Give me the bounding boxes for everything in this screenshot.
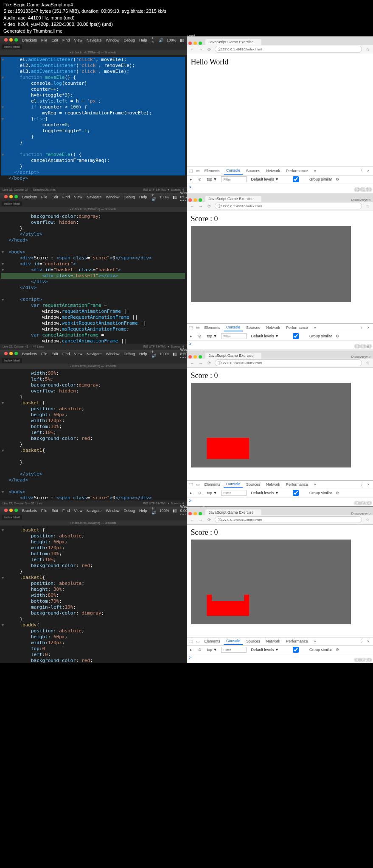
thumbnail-panel-1: Brackets File Edit Find View Navigate Wi… [0,36,373,193]
window-controls[interactable] [3,195,18,199]
dt-close-icon[interactable]: × [365,168,371,174]
meta-video: Video: h264, yuv420p, 1920x1080, 30.00 f… [3,21,370,28]
editor-pane: Brackets FileEditFindViewNavigateWindowD… [0,193,187,350]
status-left: Line 32, Column 34 — Selected 28 lines [3,188,56,191]
basket [207,438,249,459]
wifi-icon: ◈ ᯤ [151,36,155,45]
dt-tab-network[interactable]: Network [264,167,283,174]
meta-size: Size: 159133647 bytes (151.76 MiB), dura… [3,8,370,14]
basket [207,595,249,616]
devtools: ⬚ ▭ Elements Console Sources Network Per… [187,167,373,193]
device-icon[interactable]: ▭ [195,168,201,174]
editor-pane: Brackets File Edit Find View Navigate Wi… [0,36,187,193]
meta-generated: Generated by Thumbnail me [3,28,370,34]
menu-view[interactable]: View [74,38,82,42]
editor-title: • index.html (JSGame) — Brackets [0,50,187,55]
menu-window[interactable]: Window [106,38,119,42]
context-dropdown[interactable]: top ▼ [205,177,219,182]
code-editor[interactable]: background-color:dimgray; overflow: hidd… [0,212,187,344]
menu-navigate[interactable]: Navigate [87,38,102,42]
gear-icon[interactable]: ⚙ [334,176,340,182]
star-icon[interactable]: ☆ [365,46,370,52]
filter-input[interactable] [221,176,247,182]
editor-tab[interactable]: index.html [2,201,22,206]
battery-pct: 100% [167,38,177,42]
dt-tab-console[interactable]: Console [224,167,243,175]
menu-help[interactable]: Help [139,38,147,42]
score-text: Score : 0 [191,214,369,223]
mac-menubar: Brackets FileEditFindViewNavigateWindowD… [0,193,187,201]
window-controls[interactable] [3,38,18,42]
browser-pane: JavaScript Game ExerciseDiscoveryvip ←→⟳… [187,193,373,350]
volume-icon: 🔊 [159,38,163,42]
battery-icon: ▮▯ [180,38,184,42]
score-text: Score : 0 [191,528,369,537]
editor-tab[interactable]: index.html [2,45,22,49]
dt-tab-sources[interactable]: Sources [244,167,263,174]
clear-console-icon[interactable]: ⊘ [197,176,203,182]
thumbnail-panel-2: Brackets FileEditFindViewNavigateWindowD… [0,193,373,350]
menu-file[interactable]: File [41,38,48,42]
game-container [191,540,351,624]
page-viewport: Score : 0 [187,368,373,480]
menu-debug[interactable]: Debug [123,38,135,42]
forward-button[interactable]: → [198,46,204,52]
meta-audio: Audio: aac, 44100 Hz, mono (und) [3,15,370,21]
hello-world-text: Hello World [191,58,369,67]
back-button[interactable]: ← [189,46,195,52]
thumbnail-panel-3: BracketsFileEditFindViewNavigateWindowDe… [0,350,373,506]
window-controls[interactable] [187,42,204,45]
page-viewport: Hello World [187,54,373,167]
menu-edit[interactable]: Edit [52,38,59,42]
mac-menubar: Brackets File Edit Find View Navigate Wi… [0,36,187,44]
dt-tab-elements[interactable]: Elements [202,167,223,174]
dt-more[interactable]: » [311,167,319,174]
timestamp: 00:01:50 [355,187,371,192]
game-container [191,226,351,302]
address-bar[interactable]: ⓘ 127.0.0.1:49810/index.html [215,46,362,53]
video-metadata: File: Begin Game JavaScript.mp4 Size: 15… [0,0,373,36]
editor-tabs: index.html [0,44,187,50]
chrome-toolbar: ← → ⟳ ⓘ 127.0.0.1:49810/index.html ☆ [187,45,373,54]
browser-pane: JavaScript Game Exercise ← → ⟳ ⓘ 127.0.0… [187,36,373,193]
page-viewport: Score : 0 [187,525,373,637]
code-editor[interactable]: width:90%; left:5%; background-color:dim… [0,369,187,501]
code-editor[interactable]: ▼ .basket { position: absolute; height: … [0,526,187,663]
reload-button[interactable]: ⟳ [206,46,212,52]
chrome-tabs: JavaScript Game Exercise [187,36,373,45]
code-editor[interactable]: ▼ el.addEventListener('click', moveEle);… [0,55,187,187]
dt-tab-performance[interactable]: Performance [283,167,311,174]
dt-menu-icon[interactable]: ⋮ [359,168,365,174]
console-prompt[interactable]: > [187,184,373,193]
app-name: Brackets [22,38,37,42]
game-container [191,383,351,467]
menu-find[interactable]: Find [62,38,70,42]
score-text: Score : 0 [191,371,369,380]
chrome-tab[interactable]: JavaScript Game Exercise [205,39,261,45]
thumbnail-panel-4: BracketsFileEditFindViewNavigateWindowDe… [0,506,373,663]
console-sidebar-icon[interactable]: ▸ [188,176,194,182]
meta-file: File: Begin Game JavaScript.mp4 [3,2,370,8]
levels-dropdown[interactable]: Default levels ▼ [249,177,280,182]
inspect-icon[interactable]: ⬚ [188,168,194,174]
group-similar-checkbox[interactable]: Group similar [283,176,332,182]
page-viewport: Score : 0 [187,211,373,323]
